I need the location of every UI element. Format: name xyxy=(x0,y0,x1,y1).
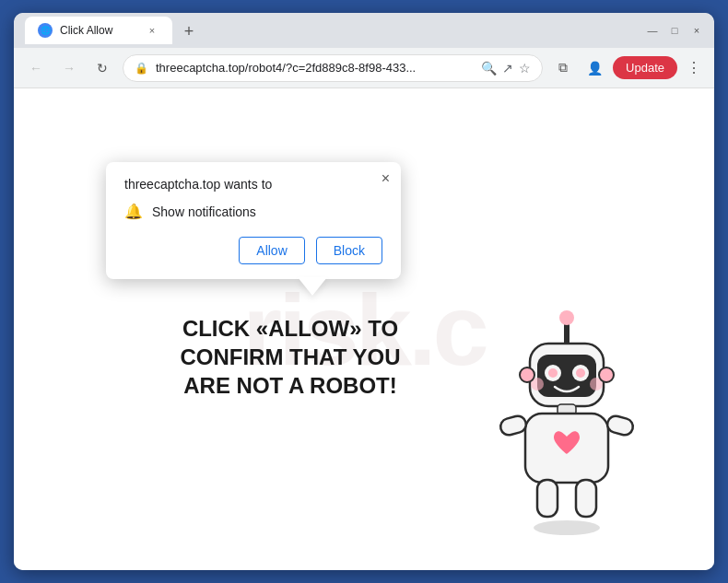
title-bar: 🌐 Click Allow × + — □ × xyxy=(14,13,714,48)
address-bar[interactable]: 🔒 threecaptcha.top/robot4/?c=2fd889c8-8f… xyxy=(123,54,543,82)
split-icon[interactable]: ⧉ xyxy=(550,55,576,81)
url-text: threecaptcha.top/robot4/?c=2fd889c8-8f98… xyxy=(156,61,474,75)
nav-bar: ← → ↻ 🔒 threecaptcha.top/robot4/?c=2fd88… xyxy=(14,48,714,88)
address-bar-icons: 🔍 ↗ ☆ xyxy=(481,61,531,76)
svg-point-18 xyxy=(534,520,600,535)
svg-point-6 xyxy=(548,368,558,378)
svg-point-15 xyxy=(599,367,614,382)
new-tab-button[interactable]: + xyxy=(176,18,202,44)
allow-button[interactable]: Allow xyxy=(239,237,304,264)
robot-illustration xyxy=(475,309,659,548)
svg-rect-16 xyxy=(537,480,558,517)
lock-icon: 🔒 xyxy=(135,62,148,75)
captcha-line1: CLICK «ALLOW» TO CONFIRM THAT YOU xyxy=(180,316,400,369)
notification-row: 🔔 Show notifications xyxy=(124,203,382,220)
refresh-button[interactable]: ↻ xyxy=(89,55,115,81)
browser-tab[interactable]: 🌐 Click Allow × xyxy=(25,17,172,44)
tab-title: Click Allow xyxy=(60,24,137,37)
minimize-button[interactable]: — xyxy=(646,24,659,37)
robot-area xyxy=(475,309,659,552)
popup-title: threecaptcha.top wants to xyxy=(124,177,382,192)
bell-icon: 🔔 xyxy=(124,203,143,220)
svg-point-1 xyxy=(559,310,574,325)
popup-close-button[interactable]: × xyxy=(382,171,390,186)
share-icon[interactable]: ↗ xyxy=(502,61,513,76)
menu-button[interactable]: ⋮ xyxy=(683,55,705,80)
captcha-text: CLICK «ALLOW» TO CONFIRM THAT YOU ARE NO… xyxy=(134,314,447,401)
maximize-button[interactable]: □ xyxy=(668,24,681,37)
nav-right: ⧉ 👤 Update ⋮ xyxy=(550,55,705,81)
block-button[interactable]: Block xyxy=(316,237,382,264)
notification-label: Show notifications xyxy=(152,204,256,219)
tab-favicon: 🌐 xyxy=(38,23,53,38)
popup-buttons: Allow Block xyxy=(124,237,382,264)
svg-point-7 xyxy=(576,368,585,378)
svg-point-14 xyxy=(520,367,534,382)
captcha-line2: ARE NOT A ROBOT! xyxy=(183,373,397,398)
page-content: risk.c × threecaptcha.top wants to 🔔 Sho… xyxy=(14,88,714,570)
update-button[interactable]: Update xyxy=(613,56,677,79)
close-tab-button[interactable]: × xyxy=(145,23,159,38)
back-button[interactable]: ← xyxy=(23,55,49,81)
svg-rect-13 xyxy=(605,414,635,437)
bookmark-icon[interactable]: ☆ xyxy=(519,61,531,76)
close-window-button[interactable]: × xyxy=(690,24,703,37)
svg-rect-17 xyxy=(576,480,596,517)
svg-rect-12 xyxy=(499,414,528,437)
forward-button[interactable]: → xyxy=(56,55,82,81)
profile-icon[interactable]: 👤 xyxy=(581,55,607,81)
popup-tail xyxy=(298,277,327,296)
title-bar-controls: — □ × xyxy=(646,24,703,37)
tab-area: 🌐 Click Allow × + xyxy=(25,17,639,44)
search-icon[interactable]: 🔍 xyxy=(481,61,497,76)
permission-popup: × threecaptcha.top wants to 🔔 Show notif… xyxy=(106,162,401,279)
browser-window: 🌐 Click Allow × + — □ × ← → ↻ 🔒 threecap… xyxy=(14,13,714,570)
